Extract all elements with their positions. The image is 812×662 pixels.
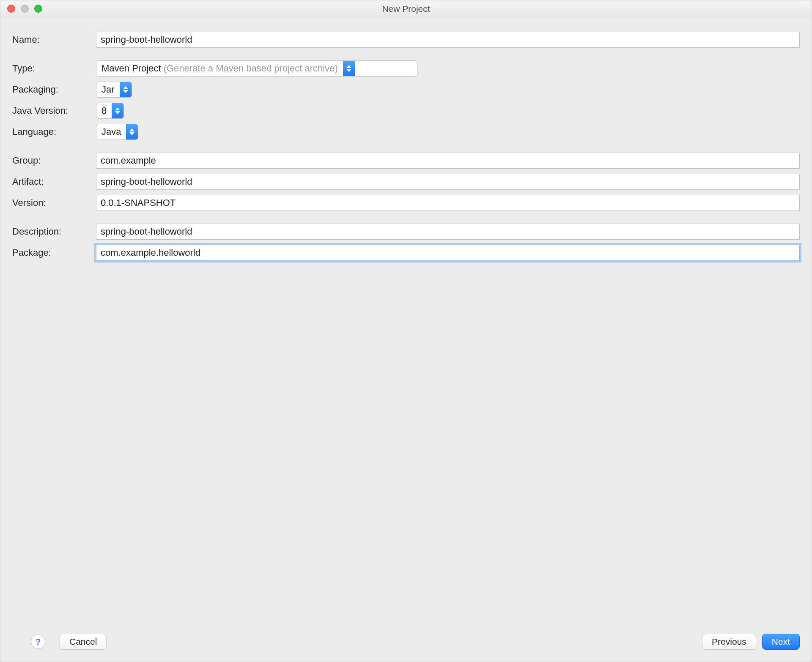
- artifact-input[interactable]: [96, 174, 800, 190]
- svg-marker-1: [346, 69, 351, 72]
- help-button[interactable]: ?: [31, 635, 45, 649]
- next-button[interactable]: Next: [762, 634, 800, 650]
- svg-marker-2: [123, 86, 128, 89]
- cancel-button[interactable]: Cancel: [60, 634, 107, 650]
- version-input[interactable]: [96, 195, 800, 211]
- name-label: Name:: [12, 31, 88, 49]
- java-version-select[interactable]: 8: [96, 103, 124, 119]
- titlebar: New Project: [0, 0, 812, 17]
- chevron-up-down-icon: [343, 61, 355, 76]
- type-select-value: Maven Project: [102, 63, 161, 74]
- language-label: Language:: [12, 123, 88, 141]
- svg-marker-5: [115, 111, 120, 114]
- group-input[interactable]: [96, 153, 800, 169]
- type-label: Type:: [12, 60, 88, 77]
- package-label: Package:: [12, 244, 88, 262]
- description-input[interactable]: [96, 224, 800, 240]
- svg-marker-6: [129, 129, 134, 131]
- package-input[interactable]: [96, 245, 800, 261]
- chevron-up-down-icon: [120, 82, 132, 97]
- chevron-up-down-icon: [112, 103, 123, 118]
- dialog-window: New Project Name: Type: Maven Project: [0, 0, 812, 662]
- type-select-hint: (Generate a Maven based project archive): [164, 63, 338, 74]
- language-select-value: Java: [102, 126, 121, 137]
- description-label: Description:: [12, 223, 88, 241]
- help-icon: ?: [36, 637, 41, 647]
- footer: ? Cancel Previous Next: [12, 625, 800, 662]
- artifact-label: Artifact:: [12, 173, 88, 191]
- packaging-select[interactable]: Jar: [96, 82, 132, 98]
- window-title: New Project: [0, 4, 812, 14]
- previous-button[interactable]: Previous: [702, 634, 756, 650]
- version-label: Version:: [12, 194, 88, 212]
- svg-marker-4: [115, 107, 120, 110]
- group-label: Group:: [12, 152, 88, 170]
- java-version-select-value: 8: [102, 105, 107, 116]
- java-version-label: Java Version:: [12, 102, 88, 120]
- name-input[interactable]: [96, 32, 800, 48]
- type-select[interactable]: Maven Project (Generate a Maven based pr…: [96, 60, 417, 77]
- packaging-label: Packaging:: [12, 81, 88, 98]
- svg-marker-7: [129, 132, 134, 135]
- dialog-content: Name: Type: Maven Project (Generate a Ma…: [0, 17, 812, 662]
- language-select[interactable]: Java: [96, 124, 138, 140]
- svg-marker-3: [123, 90, 128, 93]
- chevron-up-down-icon: [126, 124, 138, 140]
- packaging-select-value: Jar: [102, 84, 115, 95]
- svg-marker-0: [346, 65, 351, 68]
- form: Name: Type: Maven Project (Generate a Ma…: [12, 29, 800, 263]
